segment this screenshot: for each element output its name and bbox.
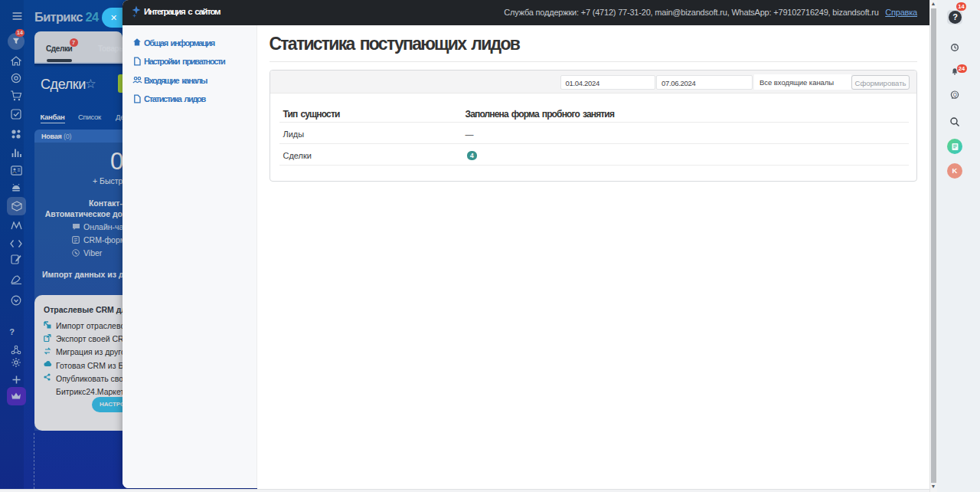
- svg-text:Q: Q: [953, 92, 957, 98]
